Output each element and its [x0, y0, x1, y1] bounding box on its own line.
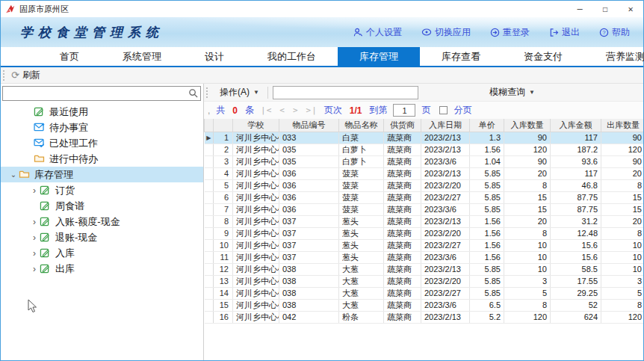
- tree-item-待办事宜[interactable]: 待办事宜: [1, 120, 203, 135]
- cell-入库金额: 15.6: [551, 239, 601, 251]
- cell-出库数量: 10: [601, 239, 644, 251]
- minimize-button[interactable]: –: [567, 1, 592, 17]
- tree-item-已处理工作[interactable]: 已处理工作: [1, 135, 203, 151]
- banner-link-切换应用[interactable]: 切换应用: [421, 26, 471, 39]
- row-marker-cell: [205, 299, 214, 311]
- tree-item-出库[interactable]: ›出库: [1, 261, 203, 277]
- table-row[interactable]: 11河川乡中心小学037葱头蔬菜商2023/3/61.561015.610: [205, 251, 644, 263]
- table-row[interactable]: 14河川乡中心小学038大葱蔬菜商2023/2/275.85529.255: [205, 287, 644, 299]
- cell-物品名称: 大葱: [339, 287, 384, 299]
- cell-出库数量: 10: [601, 251, 644, 263]
- table-row[interactable]: ▶1河川乡中心小学033白菜蔬菜商2023/2/131.39011790: [205, 132, 644, 144]
- column-header-入库日期[interactable]: 入库日期: [421, 119, 470, 132]
- cell-物品编号: 036: [279, 191, 339, 203]
- fuzzy-query-dropdown[interactable]: 模糊查询 ▼: [484, 84, 540, 101]
- tab-我的工作台[interactable]: 我的工作台: [246, 47, 338, 66]
- table-row[interactable]: 15河川乡中心小学038大葱蔬菜商2023/3/66.58528: [205, 299, 644, 311]
- chevron-right-icon[interactable]: ›: [29, 232, 40, 243]
- table-row[interactable]: 2河川乡中心小学035白萝卜蔬菜商2023/2/131.56120187.212…: [205, 144, 644, 155]
- selected-row-marker-icon: ▶: [205, 132, 214, 144]
- svg-text:?: ?: [602, 29, 605, 36]
- banner-link-退出[interactable]: 退出: [549, 26, 580, 39]
- tab-首页[interactable]: 首页: [38, 47, 101, 66]
- column-header-供货商[interactable]: 供货商: [384, 119, 421, 132]
- tree-item-进行中待办[interactable]: 进行中待办: [1, 151, 203, 167]
- column-header-物品编号[interactable]: 物品编号: [279, 119, 339, 132]
- cell-入库日期: 2023/2/13: [421, 263, 470, 275]
- table-row[interactable]: 9河川乡中心小学037葱头蔬菜商2023/2/201.56812.488: [205, 227, 644, 239]
- paging-checkbox[interactable]: [439, 106, 448, 114]
- tree-item-订货[interactable]: ›订货: [1, 182, 203, 198]
- cell-学校: 河川乡中心小学: [233, 155, 279, 167]
- table-row[interactable]: 4河川乡中心小学036菠菜蔬菜商2023/2/135.852011720: [205, 167, 644, 179]
- table-row[interactable]: 16河川乡中心小学042粉条蔬菜商2023/2/135.2120624120: [205, 311, 644, 323]
- chevron-right-icon[interactable]: ›: [29, 248, 40, 259]
- tree-item-退账-现金[interactable]: ›退账-现金: [1, 229, 203, 245]
- column-header-物品名称[interactable]: 物品名称: [339, 119, 384, 132]
- sidebar-search-input[interactable]: [2, 86, 201, 101]
- cell-入库数量: 120: [504, 144, 551, 155]
- tab-系统管理[interactable]: 系统管理: [101, 47, 183, 66]
- next-page-button[interactable]: >: [293, 105, 299, 115]
- prev-page-button[interactable]: <: [279, 105, 285, 115]
- column-header-单价[interactable]: 单价: [470, 119, 504, 132]
- banner-link-重登录[interactable]: 重登录: [490, 26, 530, 39]
- last-page-button[interactable]: >|: [306, 105, 318, 115]
- cell-入库数量: 90: [504, 155, 551, 167]
- column-header-学校[interactable]: 学校: [233, 119, 279, 132]
- maximize-button[interactable]: ☐: [592, 1, 618, 17]
- chevron-down-icon[interactable]: ⌄: [8, 170, 19, 179]
- tree-item-周食谱[interactable]: 周食谱: [1, 198, 203, 214]
- cell-单价: 5.85: [470, 263, 504, 275]
- cell-出库数量: 20: [601, 167, 644, 179]
- row-number-cell: 14: [214, 287, 233, 299]
- table-row[interactable]: 6河川乡中心小学036菠菜蔬菜商2023/2/275.851587.7515: [205, 191, 644, 203]
- row-number-cell: 6: [214, 191, 233, 203]
- cell-单价: 5.85: [470, 275, 504, 287]
- refresh-button[interactable]: ⟳ 刷新: [11, 69, 40, 81]
- row-number-cell: 5: [214, 179, 233, 191]
- table-row[interactable]: 7河川乡中心小学036菠菜蔬菜商2023/3/65.851587.7515: [205, 203, 644, 215]
- close-button[interactable]: ✕: [618, 1, 643, 17]
- tree-item-库存管理[interactable]: ⌄库存管理: [1, 167, 203, 182]
- chevron-right-icon[interactable]: ›: [29, 185, 40, 196]
- column-header-出库数量[interactable]: 出库数量: [601, 119, 644, 132]
- cell-入库金额: 87.75: [551, 203, 601, 215]
- cell-物品编号: 037: [279, 251, 339, 263]
- tab-库存管理[interactable]: 库存管理: [338, 47, 420, 66]
- goto-page-input[interactable]: [393, 104, 415, 117]
- row-number-cell: 15: [214, 299, 233, 311]
- cell-出库数量: 8: [601, 227, 644, 239]
- table-row[interactable]: 3河川乡中心小学035白萝卜蔬菜商2023/3/61.049093.690: [205, 155, 644, 167]
- tree-item-最近使用[interactable]: 最近使用: [1, 104, 203, 120]
- cell-物品编号: 035: [279, 144, 339, 155]
- tab-资金支付[interactable]: 资金支付: [502, 47, 584, 66]
- chevron-right-icon[interactable]: ›: [29, 217, 40, 227]
- chevron-right-icon[interactable]: ›: [29, 264, 40, 274]
- tab-营养监测公示[interactable]: 营养监测公示: [584, 47, 644, 66]
- first-page-button[interactable]: |<: [261, 105, 272, 115]
- row-marker-cell: [205, 203, 214, 215]
- query-input[interactable]: [273, 86, 418, 99]
- tree-item-入账-额度-现金[interactable]: ›入账-额度-现金: [1, 214, 203, 229]
- tree-item-label: 库存管理: [34, 168, 73, 182]
- tab-设计[interactable]: 设计: [183, 47, 246, 66]
- header-rownum-cell: [214, 119, 233, 132]
- table-row[interactable]: 8河川乡中心小学037葱头蔬菜商2023/2/131.562031.220: [205, 215, 644, 227]
- column-header-入库数量[interactable]: 入库数量: [504, 119, 551, 132]
- row-marker-cell: [205, 227, 214, 239]
- table-row[interactable]: 10河川乡中心小学037葱头蔬菜商2023/2/271.561015.610: [205, 239, 644, 251]
- cell-入库数量: 8: [504, 179, 551, 191]
- action-dropdown[interactable]: 操作(A) ▼: [214, 84, 264, 101]
- tree-item-入库[interactable]: ›入库: [1, 245, 203, 261]
- banner-link-帮助[interactable]: ?帮助: [599, 26, 630, 39]
- table-row[interactable]: 5河川乡中心小学036菠菜蔬菜商2023/2/205.85846.88: [205, 179, 644, 191]
- cell-入库金额: 52: [551, 299, 601, 311]
- table-row[interactable]: 12河川乡中心小学038大葱蔬菜商2023/2/135.851058.510: [205, 263, 644, 275]
- row-marker-cell: [205, 167, 214, 179]
- table-row[interactable]: 13河川乡中心小学038大葱蔬菜商2023/2/205.85317.553: [205, 275, 644, 287]
- tab-库存查看[interactable]: 库存查看: [420, 47, 502, 66]
- column-header-入库金额[interactable]: 入库金额: [551, 119, 601, 132]
- banner-link-个人设置[interactable]: 个人设置: [353, 26, 402, 39]
- total-count: 0: [232, 105, 238, 116]
